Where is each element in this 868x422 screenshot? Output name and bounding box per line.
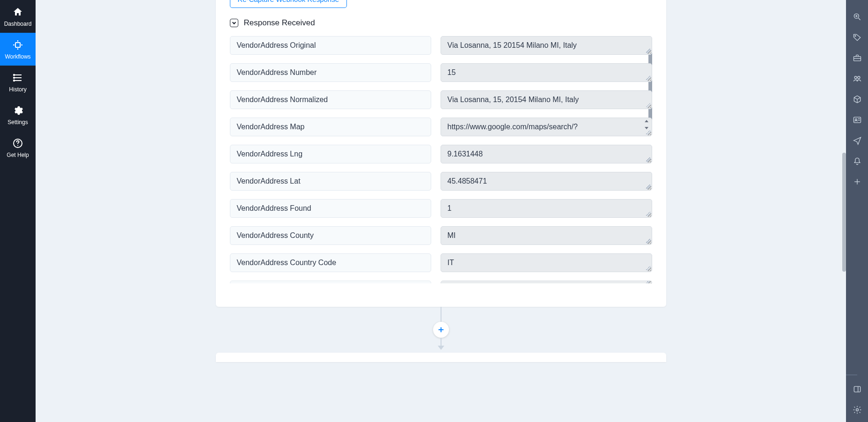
tool-zoom[interactable]	[846, 7, 868, 27]
svg-rect-20	[853, 117, 861, 123]
response-row: VendorAddress Lat 45.4858471	[230, 172, 652, 191]
response-value[interactable]: 9.1631448	[441, 145, 652, 163]
response-value[interactable]: 15	[441, 63, 652, 82]
response-key[interactable]	[230, 281, 431, 283]
connector-line	[441, 307, 441, 322]
nav-history[interactable]: History	[0, 66, 36, 98]
response-value[interactable]	[441, 281, 652, 283]
zoom-icon	[853, 12, 862, 22]
response-key[interactable]: VendorAddress Normalized	[230, 90, 431, 109]
send-icon	[853, 136, 862, 145]
tool-briefcase[interactable]	[846, 48, 868, 68]
id-card-icon	[853, 115, 862, 125]
nav-label: Get Help	[7, 152, 29, 158]
tool-send[interactable]	[846, 130, 868, 151]
response-row: VendorAddress Original Via Losanna, 15 2…	[230, 36, 652, 55]
response-key[interactable]: VendorAddress Lng	[230, 145, 431, 163]
response-key[interactable]: VendorAddress Country Code	[230, 253, 431, 272]
response-row	[230, 281, 652, 283]
svg-rect-24	[854, 386, 860, 392]
nav-dashboard[interactable]: Dashboard	[0, 0, 36, 33]
svg-point-5	[14, 77, 15, 78]
response-row: VendorAddress Country Code IT	[230, 253, 652, 272]
response-value[interactable]: https://www.google.com/maps/search/?	[441, 118, 652, 136]
response-value[interactable]: 1	[441, 199, 652, 218]
collapse-toggle[interactable]	[230, 19, 238, 27]
response-list: VendorAddress Original Via Losanna, 15 2…	[230, 36, 652, 283]
workflow-icon	[12, 39, 23, 51]
nav-settings[interactable]: Settings	[0, 98, 36, 131]
workflow-step-card: Re-Capture Webhook Response Response Rec…	[216, 0, 666, 307]
tool-panel[interactable]	[846, 379, 868, 400]
cube-icon	[853, 95, 862, 104]
svg-point-8	[17, 145, 18, 146]
toolbar-right	[846, 0, 868, 422]
nav-label: Dashboard	[4, 21, 32, 27]
connector-line	[441, 338, 441, 346]
response-value[interactable]: MI	[441, 226, 652, 245]
response-value[interactable]: IT	[441, 253, 652, 272]
response-key[interactable]: VendorAddress County	[230, 226, 431, 245]
response-row: VendorAddress County MI	[230, 226, 652, 245]
add-step-button[interactable]	[433, 322, 449, 338]
tool-group[interactable]	[846, 68, 868, 89]
response-row: VendorAddress Lng 9.1631448	[230, 145, 652, 163]
sidebar-left: Dashboard Workflows History Settings Get…	[0, 0, 36, 422]
notification-icon	[853, 156, 862, 166]
svg-rect-0	[15, 43, 20, 47]
response-key[interactable]: VendorAddress Lat	[230, 172, 431, 191]
response-value[interactable]: Via Losanna, 15 20154 Milano MI, Italy	[441, 36, 652, 55]
tag-icon	[853, 33, 862, 42]
response-row: VendorAddress Normalized Via Losanna, 15…	[230, 90, 652, 109]
svg-point-4	[14, 74, 15, 75]
nav-label: History	[9, 86, 26, 93]
briefcase-icon	[853, 53, 862, 63]
response-key[interactable]: VendorAddress Original	[230, 36, 431, 55]
tool-cube[interactable]	[846, 89, 868, 110]
gear-icon	[12, 105, 23, 116]
nav-workflows[interactable]: Workflows	[0, 33, 36, 66]
tool-settings[interactable]	[846, 400, 868, 420]
main-scrollbar[interactable]	[842, 153, 846, 272]
help-icon	[12, 138, 23, 149]
tool-idcard[interactable]	[846, 110, 868, 130]
response-key[interactable]: VendorAddress Number	[230, 63, 431, 82]
response-key[interactable]: VendorAddress Map	[230, 118, 431, 136]
nav-gethelp[interactable]: Get Help	[0, 131, 36, 164]
connector-arrow-icon	[438, 346, 444, 350]
home-icon	[12, 7, 23, 18]
response-row: VendorAddress Found 1	[230, 199, 652, 218]
svg-line-12	[858, 18, 860, 20]
gear-icon	[853, 405, 862, 415]
panel-icon	[853, 385, 862, 394]
section-title: Response Received	[244, 18, 315, 28]
svg-point-21	[855, 119, 856, 120]
response-value-text: https://www.google.com/maps/search/?	[448, 123, 578, 131]
svg-point-18	[854, 76, 857, 79]
recapture-webhook-button[interactable]: Re-Capture Webhook Response	[230, 0, 347, 8]
main-canvas: Re-Capture Webhook Response Response Rec…	[36, 0, 846, 422]
nav-label: Settings	[7, 119, 28, 126]
tool-add[interactable]	[846, 171, 868, 192]
svg-point-6	[14, 80, 15, 81]
response-row: VendorAddress Number 15	[230, 63, 652, 82]
response-value[interactable]: 45.4858471	[441, 172, 652, 191]
history-icon	[12, 72, 23, 83]
plus-icon	[853, 177, 862, 186]
group-icon	[853, 74, 862, 83]
response-value[interactable]: Via Losanna, 15, 20154 Milano MI, Italy	[441, 90, 652, 109]
tool-notification[interactable]	[846, 151, 868, 171]
workflow-step-card-next	[216, 353, 666, 362]
nav-label: Workflows	[5, 53, 30, 60]
svg-point-15	[854, 36, 855, 37]
response-key[interactable]: VendorAddress Found	[230, 199, 431, 218]
tool-tag[interactable]	[846, 27, 868, 48]
value-scroll[interactable]	[643, 120, 650, 129]
svg-point-26	[856, 409, 858, 411]
response-row: VendorAddress Map https://www.google.com…	[230, 118, 652, 136]
svg-point-19	[857, 76, 860, 79]
